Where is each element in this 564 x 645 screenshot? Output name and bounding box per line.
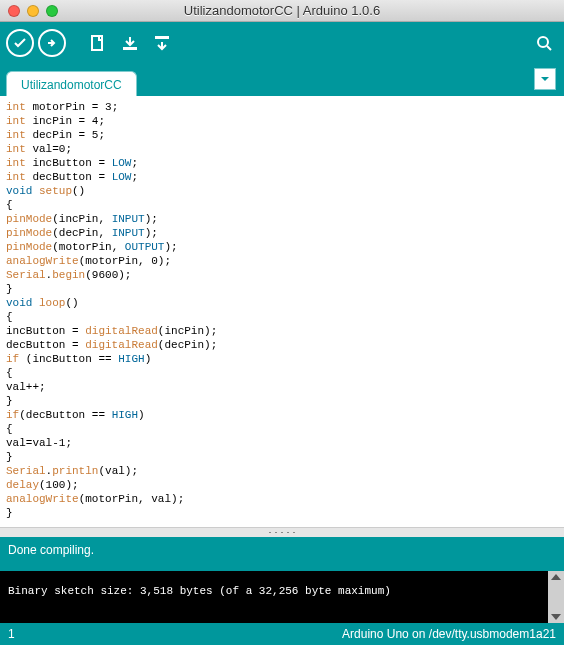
code-token: (100); (39, 479, 79, 491)
new-button[interactable] (84, 29, 112, 57)
code-token: HIGH (118, 353, 144, 365)
code-token: ); (164, 241, 177, 253)
console-output: Binary sketch size: 3,518 bytes (of a 32… (8, 585, 391, 597)
code-token: digitalRead (85, 325, 158, 337)
code-token: ) (145, 353, 152, 365)
scroll-up-icon[interactable] (551, 574, 561, 580)
code-token: analogWrite (6, 255, 79, 267)
code-token: ); (145, 213, 158, 225)
code-token: void (6, 185, 32, 197)
code-token: int (6, 101, 26, 113)
code-token: } (6, 283, 13, 295)
tab-row: UtilizandomotorCC (0, 64, 564, 96)
code-token: int (6, 129, 26, 141)
code-token: decPin = 5; (26, 129, 105, 141)
code-token: if (6, 409, 19, 421)
code-token: Serial (6, 465, 46, 477)
code-token: ; (131, 171, 138, 183)
code-token: () (72, 185, 85, 197)
code-token: int (6, 171, 26, 183)
code-token: void (6, 297, 32, 309)
code-token: decButton = (6, 339, 85, 351)
window-title: UtilizandomotorCC | Arduino 1.0.6 (0, 3, 564, 18)
code-token: ; (131, 157, 138, 169)
serial-monitor-button[interactable] (530, 29, 558, 57)
code-token: if (6, 353, 19, 365)
tab-menu-button[interactable] (534, 68, 556, 90)
code-token: HIGH (112, 409, 138, 421)
board-port-label: Arduino Uno on /dev/tty.usbmodem1a21 (342, 627, 556, 641)
code-token: delay (6, 479, 39, 491)
status-message: Done compiling. (8, 543, 94, 557)
code-token: pinMode (6, 227, 52, 239)
verify-button[interactable] (6, 29, 34, 57)
code-token: int (6, 115, 26, 127)
code-token: incPin = 4; (26, 115, 105, 127)
code-editor[interactable]: int motorPin = 3; int incPin = 4; int de… (0, 96, 564, 527)
svg-rect-0 (92, 36, 102, 50)
code-token: loop (32, 297, 65, 309)
main-toolbar (0, 22, 564, 64)
code-token: LOW (112, 171, 132, 183)
code-token: LOW (112, 157, 132, 169)
code-token: OUTPUT (125, 241, 165, 253)
console-scrollbar[interactable] (548, 571, 564, 623)
code-token: (motorPin, val); (79, 493, 185, 505)
code-token: (decPin); (158, 339, 217, 351)
code-token: pinMode (6, 241, 52, 253)
code-token: incButton = (6, 325, 85, 337)
upload-button[interactable] (38, 29, 66, 57)
code-token: int (6, 157, 26, 169)
code-token: { (6, 311, 13, 323)
code-token: setup (32, 185, 72, 197)
code-token: (decPin, (52, 227, 111, 239)
line-number: 1 (8, 627, 15, 641)
code-token: (val); (98, 465, 138, 477)
code-token: val=0; (26, 143, 72, 155)
code-token: } (6, 395, 13, 407)
compile-console: Binary sketch size: 3,518 bytes (of a 32… (0, 571, 564, 623)
code-token: INPUT (112, 227, 145, 239)
svg-point-3 (538, 37, 548, 47)
code-token: INPUT (112, 213, 145, 225)
code-token: (motorPin, 0); (79, 255, 171, 267)
code-token: val=val-1; (6, 437, 72, 449)
code-token: val++; (6, 381, 46, 393)
code-token: { (6, 423, 13, 435)
code-token: (incPin, (52, 213, 111, 225)
code-token: ); (145, 227, 158, 239)
code-token: begin (52, 269, 85, 281)
code-token: (incPin); (158, 325, 217, 337)
svg-rect-1 (123, 47, 137, 50)
code-token: } (6, 507, 13, 519)
code-token: println (52, 465, 98, 477)
scroll-down-icon[interactable] (551, 614, 561, 620)
save-button[interactable] (148, 29, 176, 57)
code-token: analogWrite (6, 493, 79, 505)
code-token: decButton = (26, 171, 112, 183)
code-token: (9600); (85, 269, 131, 281)
code-token: (motorPin, (52, 241, 125, 253)
code-token: ) (138, 409, 145, 421)
code-token: incButton = (26, 157, 112, 169)
footer-bar: 1 Arduino Uno on /dev/tty.usbmodem1a21 (0, 623, 564, 645)
code-token: motorPin = 3; (26, 101, 118, 113)
code-token: } (6, 451, 13, 463)
code-token: (decButton == (19, 409, 111, 421)
window-titlebar: UtilizandomotorCC | Arduino 1.0.6 (0, 0, 564, 22)
code-token: int (6, 143, 26, 155)
code-token: (incButton == (19, 353, 118, 365)
code-token: { (6, 199, 13, 211)
code-token: { (6, 367, 13, 379)
status-bar: Done compiling. (0, 537, 564, 571)
sketch-tab[interactable]: UtilizandomotorCC (6, 71, 137, 96)
pane-resize-grip[interactable] (0, 527, 564, 537)
code-token: pinMode (6, 213, 52, 225)
code-token: Serial (6, 269, 46, 281)
open-button[interactable] (116, 29, 144, 57)
code-token: () (65, 297, 78, 309)
svg-rect-2 (155, 36, 169, 39)
code-token: digitalRead (85, 339, 158, 351)
